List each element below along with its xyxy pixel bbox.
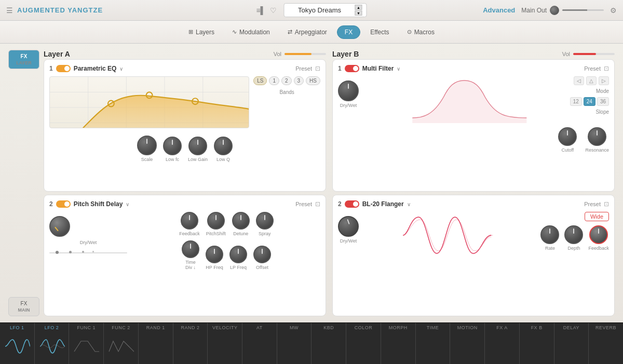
mod-cell-func2[interactable]: FUNC 2 [104, 323, 139, 364]
mode-btn-right[interactable]: ▷ [599, 76, 609, 85]
effect2-copy-btn[interactable]: ⊡ [315, 200, 320, 208]
band-hs-btn[interactable]: HS [306, 76, 320, 85]
effect1-preset-btn[interactable]: Preset [295, 65, 312, 72]
layer-a-title: Layer A [44, 50, 70, 58]
mod-cell-kbd[interactable]: KBD [312, 323, 346, 364]
mod-cell-func1[interactable]: FUNC 1 [69, 323, 104, 364]
detune-knob[interactable] [232, 212, 250, 230]
hpfreq-knob[interactable] [206, 246, 223, 263]
effect1-copy-btn[interactable]: ⊡ [315, 65, 320, 72]
cutoff-knob[interactable] [558, 127, 577, 146]
layer-a-vol-track[interactable] [285, 53, 326, 55]
advanced-button[interactable]: Advanced [483, 6, 515, 14]
mod-velocity-graph [209, 330, 241, 362]
effect1-toggle[interactable] [56, 65, 71, 72]
eq-bands: LS 1 2 3 HS [253, 76, 320, 85]
effect1-dropdown[interactable]: ∨ [119, 66, 123, 72]
mod-cell-mw[interactable]: MW [277, 323, 312, 364]
lowfc-knob[interactable] [163, 137, 182, 155]
tab-layers[interactable]: ⊞ Layers [181, 25, 222, 39]
time-knob[interactable] [182, 240, 199, 258]
band-ls-btn[interactable]: LS [253, 76, 267, 85]
lpfreq-knob[interactable] [229, 246, 247, 263]
band-3-btn[interactable]: 3 [294, 76, 304, 85]
mod-motion-graph [451, 330, 483, 362]
layer-b-vol-track[interactable] [573, 53, 615, 55]
mode-btn-left[interactable]: ◁ [574, 76, 584, 85]
tab-effects[interactable]: Effects [362, 25, 397, 39]
slope-36-btn[interactable]: 36 [597, 97, 609, 106]
mod-cell-reverb[interactable]: REVERB [589, 323, 623, 364]
main-out-slider[interactable] [562, 9, 604, 11]
feedback-knob[interactable] [181, 212, 198, 230]
tab-modulation[interactable]: ∿ Modulation [224, 25, 278, 39]
eq-area: LS 1 2 3 HS Bands [49, 76, 320, 132]
lowq-knob[interactable] [214, 137, 233, 155]
mod-cell-fxb[interactable]: FX B [520, 323, 554, 364]
b-effect2-preset-btn[interactable]: Preset [584, 201, 601, 207]
effect2-dropdown[interactable]: ∨ [126, 201, 129, 207]
b-effect1-dropdown[interactable]: ∨ [397, 66, 400, 72]
mode-btn-up[interactable]: △ [586, 76, 597, 85]
preset-down-button[interactable]: ▼ [355, 10, 362, 16]
mod-cell-rand1[interactable]: RAND 1 [139, 323, 173, 364]
depth-knob[interactable] [564, 225, 583, 244]
effect2-toggle[interactable] [56, 200, 71, 208]
resonance-knob[interactable] [588, 127, 606, 146]
band-1-btn[interactable]: 1 [269, 76, 279, 85]
mod-lfo2-graph [36, 330, 68, 362]
tab-macros-label: Macros [414, 29, 435, 36]
slope-12-btn[interactable]: 12 [570, 97, 582, 106]
band-2-btn[interactable]: 2 [281, 76, 292, 85]
main-out-knob[interactable] [550, 6, 559, 15]
mod-cell-lfo1[interactable]: LFO 1 [0, 323, 35, 364]
mod-fxb-label: FX B [531, 325, 543, 330]
rate-knob[interactable] [540, 225, 559, 244]
settings-icon[interactable]: ⚙ [610, 6, 617, 15]
flanger-dry-wet-knob[interactable] [338, 216, 359, 237]
fx-layer-button[interactable]: FX LAYER [8, 50, 39, 69]
effect2-preset-btn[interactable]: Preset [295, 201, 312, 207]
favorite-icon[interactable]: ♡ [270, 6, 277, 15]
filter-dry-wet-knob[interactable] [338, 80, 359, 101]
tab-layers-label: Layers [196, 29, 214, 36]
mod-cell-lfo2[interactable]: LFO 2 [35, 323, 70, 364]
b-effect1-preset-btn[interactable]: Preset [584, 65, 601, 72]
tab-macros[interactable]: ⊙ Macros [399, 25, 442, 39]
b-effect2-dropdown[interactable]: ∨ [407, 201, 411, 207]
spray-knob[interactable] [256, 212, 274, 230]
slope-24-btn[interactable]: 24 [584, 97, 595, 106]
mod-cell-delay[interactable]: DELAY [554, 323, 589, 364]
b-effect1-toggle[interactable] [345, 65, 359, 72]
mod-cell-color[interactable]: COLOR [346, 323, 381, 364]
library-icon[interactable]: ≡▌ [256, 6, 265, 15]
mod-cell-rand2[interactable]: RAND 2 [173, 323, 208, 364]
layer-b-vol-label: Vol [562, 51, 570, 57]
tab-arpeggiator[interactable]: ⇄ Arpeggiator [280, 25, 335, 39]
b-effect2-toggle[interactable] [345, 200, 359, 208]
mod-cell-fxa[interactable]: FX A [485, 323, 520, 364]
pitchshift-knob[interactable] [207, 212, 225, 230]
cutoff-knob-item: Cutoff [558, 127, 577, 153]
mod-fxa-label: FX A [496, 325, 508, 330]
mod-cell-velocity[interactable]: VELOCITY [208, 323, 242, 364]
mod-cell-at[interactable]: AT [242, 323, 277, 364]
mod-cell-motion[interactable]: MOTION [450, 323, 485, 364]
tab-fx[interactable]: FX [337, 25, 360, 39]
flanger-feedback-knob[interactable] [589, 225, 608, 244]
b-effect2-copy-btn[interactable]: ⊡ [604, 200, 609, 208]
mod-cell-time[interactable]: TIME [416, 323, 451, 364]
hamburger-icon[interactable]: ☰ [6, 6, 13, 15]
offset-knob[interactable] [253, 246, 271, 263]
wide-badge[interactable]: Wide [585, 212, 609, 221]
delay-dry-wet-knob[interactable] [49, 216, 70, 237]
b-effect1-copy-btn[interactable]: ⊡ [604, 65, 609, 72]
delay-right-knobs: Feedback PitchShift Detune Spray [132, 212, 320, 270]
fx-main-button[interactable]: FX MAIN [8, 297, 39, 316]
preset-up-button[interactable]: ▲ [355, 5, 362, 10]
scale-knob[interactable] [137, 136, 157, 155]
layer-a-vol-label: Vol [274, 51, 281, 57]
mod-cell-morph[interactable]: MORPH [381, 323, 416, 364]
lowgain-knob[interactable] [188, 137, 207, 155]
time-label: TimeDiv ↓ [185, 260, 196, 270]
